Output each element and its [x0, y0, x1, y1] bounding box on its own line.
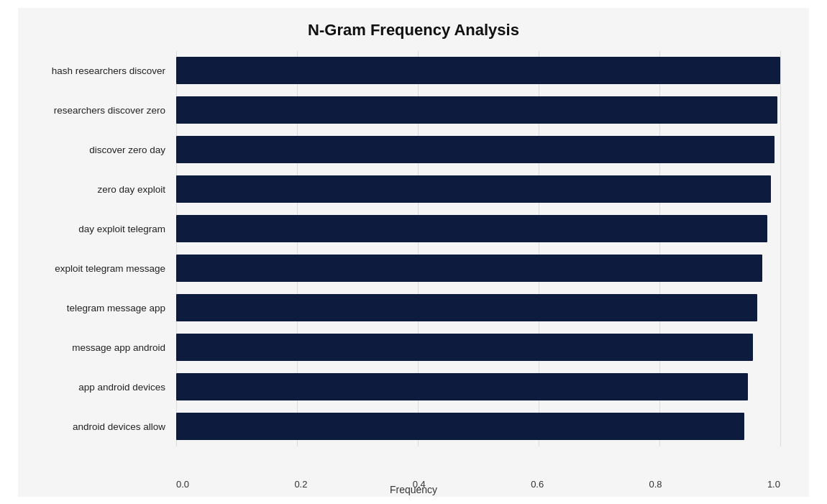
bars-section [176, 51, 780, 446]
bar-row [176, 130, 780, 170]
bar-row [176, 91, 780, 130]
bar-row [176, 407, 780, 446]
bar-row [176, 367, 780, 407]
bar [176, 255, 762, 282]
chart-title: N-Gram Frequency Analysis [18, 21, 809, 40]
y-axis-label: message app android [18, 328, 173, 367]
bar [176, 136, 775, 163]
y-axis-label: zero day exploit [18, 170, 173, 209]
bar [176, 175, 771, 203]
y-axis-labels: hash researchers discoverresearchers dis… [18, 51, 173, 446]
chart-area [176, 51, 780, 446]
y-axis-label: hash researchers discover [18, 51, 173, 91]
bar-row [176, 328, 780, 367]
bar [176, 215, 767, 242]
y-axis-label: researchers discover zero [18, 91, 173, 130]
x-axis-title: Frequency [18, 484, 809, 495]
bar-row [176, 51, 780, 91]
y-axis-label: exploit telegram message [18, 249, 173, 288]
bar [176, 57, 780, 84]
bar [176, 373, 748, 400]
bar [176, 96, 777, 124]
y-axis-label: discover zero day [18, 130, 173, 170]
bar [176, 334, 753, 361]
y-axis-label: day exploit telegram [18, 209, 173, 249]
bar-row [176, 288, 780, 328]
grid-line [780, 51, 781, 446]
y-axis-label: android devices allow [18, 407, 173, 446]
bar [176, 294, 757, 321]
bar-row [176, 170, 780, 209]
bar-row [176, 209, 780, 249]
y-axis-label: telegram message app [18, 288, 173, 328]
chart-container: N-Gram Frequency Analysis hash researche… [18, 8, 809, 497]
bar [176, 413, 744, 440]
bar-row [176, 249, 780, 288]
y-axis-label: app android devices [18, 367, 173, 407]
